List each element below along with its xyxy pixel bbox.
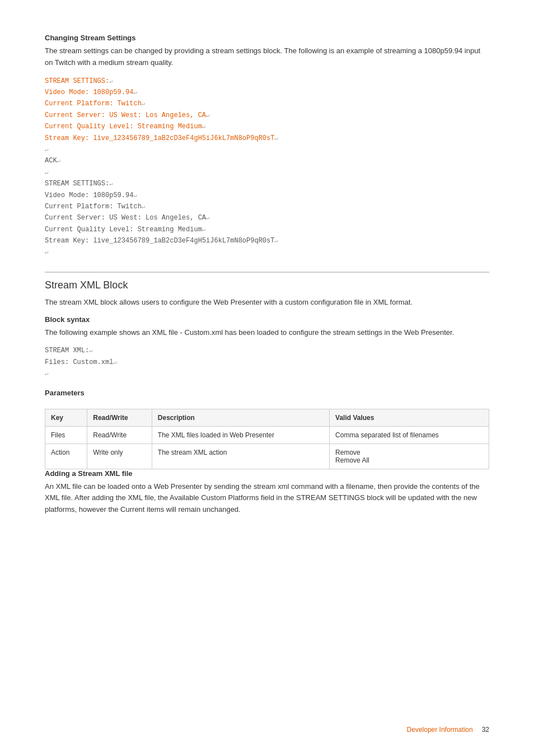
adding-xml-file-description: An XML file can be loaded onto a Web Pre… (45, 481, 489, 516)
col-valid-values: Valid Values (330, 409, 489, 426)
table-header-row: Key Read/Write Description Valid Values (45, 409, 489, 426)
code-line: Stream Key: live_123456789_1aB2cD3eF4gH5… (45, 235, 489, 246)
stream-xml-block-description: The stream XML block allows users to con… (45, 297, 489, 309)
cell-key: Action (45, 444, 87, 469)
code-line: Video Mode: 1080p59.94↵ (45, 190, 489, 201)
code-line: Files: Custom.xml↵ (45, 357, 489, 368)
footer: Developer Information 32 (407, 726, 489, 734)
col-description: Description (152, 409, 329, 426)
code-line: ↵ (45, 144, 489, 155)
changing-stream-settings-title: Changing Stream Settings (45, 34, 489, 42)
code-line: Current Server: US West: Los Angeles, CA… (45, 212, 489, 223)
code-line: ↵ (45, 246, 489, 258)
code-line: Current Quality Level: Streaming Medium↵ (45, 121, 489, 132)
cell-readwrite: Read/Write (87, 426, 152, 444)
cell-description: The stream XML action (152, 444, 329, 469)
col-readwrite: Read/Write (87, 409, 152, 426)
block-syntax-title: Block syntax (45, 315, 489, 324)
stream-settings-code-block: STREAM SETTINGS:↵ Video Mode: 1080p59.94… (45, 76, 489, 258)
code-line: Current Platform: Twitch↵ (45, 98, 489, 109)
code-line: STREAM SETTINGS:↵ (45, 178, 489, 189)
parameters-table: Key Read/Write Description Valid Values … (45, 409, 489, 469)
block-syntax-description: The following example shows an XML file … (45, 327, 489, 339)
page-content: Changing Stream Settings The stream sett… (0, 0, 534, 567)
cell-valid-values: RemoveRemove All (330, 444, 489, 469)
code-line: STREAM SETTINGS:↵ (45, 76, 489, 87)
cell-readwrite: Write only (87, 444, 152, 469)
code-line: Video Mode: 1080p59.94↵ (45, 87, 489, 98)
table-row: Files Read/Write The XML files loaded in… (45, 426, 489, 444)
stream-xml-code-block: STREAM XML:↵ Files: Custom.xml↵ ↵ (45, 345, 489, 379)
col-key: Key (45, 409, 87, 426)
parameters-title: Parameters (45, 389, 489, 397)
code-line: Current Platform: Twitch↵ (45, 201, 489, 212)
table-row: Action Write only The stream XML action … (45, 444, 489, 469)
code-line: ACK↵ (45, 155, 489, 166)
changing-stream-settings-description: The stream settings can be changed by pr… (45, 45, 489, 69)
code-line: Current Quality Level: Streaming Medium↵ (45, 224, 489, 235)
footer-developer-link[interactable]: Developer Information (407, 726, 473, 734)
code-line: Stream Key: live_123456789_1aB2cD3eF4gH5… (45, 133, 489, 144)
code-line: STREAM XML:↵ (45, 345, 489, 356)
cell-description: The XML files loaded in Web Presenter (152, 426, 329, 444)
cell-valid-values: Comma separated list of filenames (330, 426, 489, 444)
code-line: Current Server: US West: Los Angeles, CA… (45, 110, 489, 121)
footer-page-number: 32 (482, 726, 489, 734)
stream-xml-block-title: Stream XML Block (45, 272, 489, 291)
code-line: ↵ (45, 167, 489, 178)
code-line: ↵ (45, 368, 489, 379)
cell-key: Files (45, 426, 87, 444)
adding-xml-file-title: Adding a Stream XML file (45, 469, 489, 478)
